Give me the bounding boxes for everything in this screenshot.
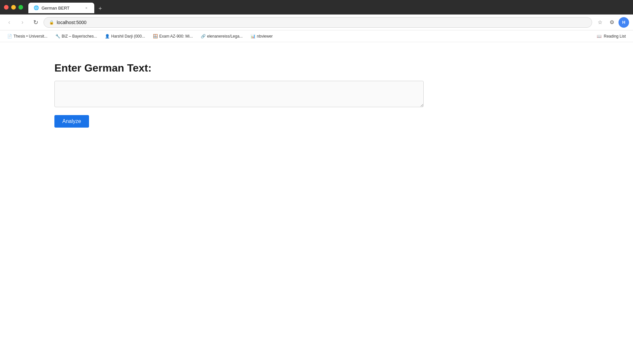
tab-favicon: 🌐 — [34, 5, 39, 11]
tab-close-button[interactable]: × — [84, 5, 89, 11]
bookmark-favicon-biz: 🔧 — [55, 34, 60, 39]
back-icon: ‹ — [8, 19, 10, 26]
bookmark-label-nbviewer: nbviewer — [257, 34, 273, 39]
bookmark-item-thesis[interactable]: 📄 Thesis • Universit... — [4, 33, 51, 40]
reading-list-label: Reading List — [604, 34, 626, 39]
nav-bar: ‹ › ↻ 🔒 localhost:5000 ☆ ⚙ H — [0, 15, 633, 30]
address-input[interactable]: localhost:5000 — [57, 20, 587, 25]
browser-chrome: 🌐 German BERT × + ‹ › ↻ 🔒 localhost:5000… — [0, 0, 633, 42]
maximize-button[interactable] — [18, 5, 23, 10]
analyze-button[interactable]: Analyze — [54, 115, 89, 128]
extensions-icon: ⚙ — [610, 19, 614, 25]
bookmark-favicon-exam: 🪟 — [153, 34, 158, 39]
forward-button[interactable]: › — [17, 17, 28, 28]
bookmark-item-nbviewer[interactable]: 📊 nbviewer — [247, 33, 276, 40]
back-button[interactable]: ‹ — [4, 17, 15, 28]
profile-button[interactable]: H — [618, 17, 629, 28]
bookmark-item-exam[interactable]: 🪟 Exam AZ-900: Mi... — [150, 33, 196, 40]
german-text-input[interactable] — [54, 81, 424, 107]
window-controls — [4, 5, 23, 10]
page-title: Enter German Text: — [54, 62, 633, 74]
extensions-button[interactable]: ⚙ — [607, 17, 617, 28]
close-button[interactable] — [4, 5, 9, 10]
lock-icon: 🔒 — [49, 20, 54, 25]
bookmark-favicon-elena: 🔗 — [201, 34, 205, 39]
reading-list-icon: 📖 — [597, 34, 602, 39]
bookmarks-bar: 📄 Thesis • Universit... 🔧 BIZ – Bayerisc… — [0, 30, 633, 42]
refresh-button[interactable]: ↻ — [30, 17, 41, 28]
bookmark-favicon-thesis: 📄 — [7, 34, 12, 39]
bookmark-label-biz: BIZ – Bayerisches... — [62, 34, 97, 39]
bookmark-label-thesis: Thesis • Universit... — [14, 34, 47, 39]
star-icon: ☆ — [598, 19, 602, 25]
textarea-container — [54, 81, 424, 108]
title-bar: 🌐 German BERT × + — [0, 0, 633, 15]
reading-list-button[interactable]: 📖 Reading List — [593, 33, 629, 40]
bookmark-label-elena: elenanereiss/Lega... — [207, 34, 243, 39]
bookmark-label-exam: Exam AZ-900: Mi... — [159, 34, 193, 39]
forward-icon: › — [21, 19, 23, 26]
minimize-button[interactable] — [11, 5, 16, 10]
bookmark-item-elena[interactable]: 🔗 elenanereiss/Lega... — [197, 33, 246, 40]
bookmark-favicon-nbviewer: 📊 — [251, 34, 255, 39]
bookmark-star-button[interactable]: ☆ — [595, 17, 605, 28]
bookmark-item-harshil[interactable]: 👤 Harshil Darji (000... — [102, 33, 148, 40]
new-tab-button[interactable]: + — [96, 4, 105, 13]
refresh-icon: ↻ — [33, 19, 38, 26]
page-content: Enter German Text: Analyze — [0, 42, 633, 352]
active-tab[interactable]: 🌐 German BERT × — [28, 3, 94, 13]
nav-icons: ☆ ⚙ H — [595, 17, 629, 28]
tab-title: German BERT — [42, 6, 81, 11]
bookmark-label-harshil: Harshil Darji (000... — [111, 34, 145, 39]
bookmark-item-biz[interactable]: 🔧 BIZ – Bayerisches... — [52, 33, 100, 40]
tab-bar: 🌐 German BERT × + — [28, 1, 629, 13]
bookmark-favicon-harshil: 👤 — [105, 34, 109, 39]
address-bar-container: 🔒 localhost:5000 — [44, 17, 592, 28]
